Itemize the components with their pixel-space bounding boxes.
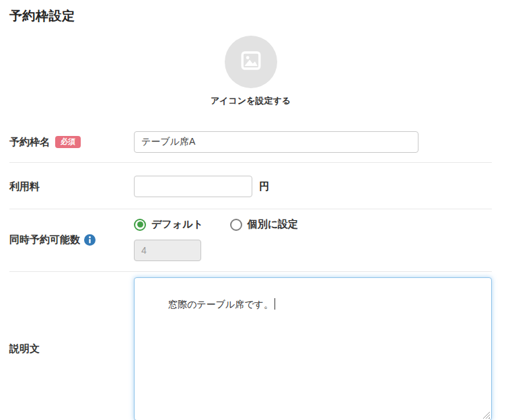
- row-capacity: 同時予約可能数 デフォルト 個: [9, 209, 492, 272]
- fee-unit-label: 円: [259, 180, 269, 193]
- slot-name-label-cell: 予約枠名 必須: [9, 136, 134, 149]
- required-badge: 必須: [55, 136, 81, 148]
- description-label-cell: 説明文: [9, 343, 134, 355]
- capacity-input: [134, 240, 201, 261]
- fee-label-cell: 利用料: [9, 180, 134, 193]
- text-caret: [275, 298, 275, 310]
- radio-individual-label: 個別に設定: [248, 218, 298, 231]
- row-slot-name: 予約枠名 必須: [9, 116, 492, 163]
- radio-selected-icon: [134, 219, 146, 231]
- row-description: 説明文 窓際のテーブル席です。: [9, 272, 492, 420]
- resize-handle-icon[interactable]: [482, 411, 490, 419]
- fee-label: 利用料: [9, 180, 40, 193]
- settings-form: 予約枠名 必須 利用料 円 同時予約可能数: [9, 116, 492, 420]
- description-textarea[interactable]: 窓際のテーブル席です。: [134, 277, 492, 420]
- description-text: 窓際のテーブル席です。: [168, 299, 273, 310]
- icon-upload-button[interactable]: [225, 36, 277, 88]
- page-title: 予約枠設定: [9, 7, 510, 25]
- radio-default[interactable]: デフォルト: [134, 218, 203, 231]
- icon-upload-section: アイコンを設定する: [9, 36, 492, 107]
- reservation-slot-settings-page: 予約枠設定 アイコンを設定する 予約枠名 必須: [0, 7, 510, 420]
- fee-input[interactable]: [134, 176, 252, 197]
- image-placeholder-icon: [240, 49, 262, 75]
- description-label: 説明文: [9, 343, 40, 355]
- radio-default-label: デフォルト: [151, 218, 203, 231]
- capacity-radio-group: デフォルト 個別に設定: [134, 218, 298, 231]
- slot-name-input[interactable]: [134, 131, 418, 153]
- info-icon[interactable]: [84, 234, 96, 246]
- radio-unselected-icon: [230, 219, 242, 231]
- capacity-label-cell: 同時予約可能数: [9, 234, 134, 246]
- radio-individual[interactable]: 個別に設定: [230, 218, 298, 231]
- set-icon-link[interactable]: アイコンを設定する: [211, 95, 291, 107]
- row-fee: 利用料 円: [9, 163, 492, 209]
- capacity-label: 同時予約可能数: [9, 234, 80, 246]
- slot-name-label: 予約枠名: [9, 136, 50, 149]
